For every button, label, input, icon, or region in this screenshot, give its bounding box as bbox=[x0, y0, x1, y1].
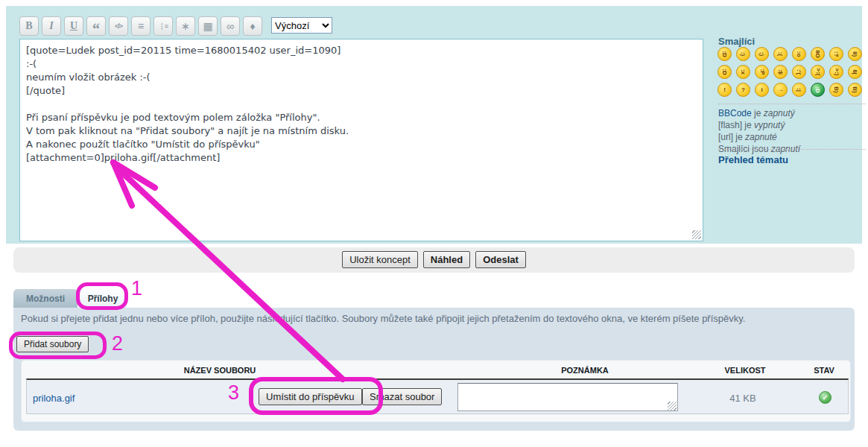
column-header-status: STAV bbox=[814, 366, 834, 375]
smiley-mr-green[interactable]: :D bbox=[811, 83, 825, 97]
attachment-comment-input[interactable] bbox=[457, 383, 678, 411]
column-header-comment: POZNÁMKA bbox=[561, 366, 609, 375]
smilies-title: Smajlíci bbox=[718, 36, 755, 47]
link-icon[interactable]: ∞ bbox=[221, 16, 240, 36]
smiley-arrow[interactable]: → bbox=[773, 83, 788, 97]
bbcode-status-term: BBCode bbox=[718, 108, 752, 118]
font-style-select[interactable]: Výchozí bbox=[271, 17, 332, 34]
attachment-filename-link[interactable]: priloha.gif bbox=[33, 393, 75, 404]
attachments-description: Pokud si přejete přidat jednu nebo více … bbox=[21, 313, 848, 324]
smiley-mad[interactable]: :x bbox=[736, 65, 750, 79]
bbcode-status-value: zapnutý bbox=[764, 108, 795, 118]
smiley-exclaim[interactable]: ! bbox=[717, 83, 732, 97]
italic-icon[interactable]: I bbox=[42, 16, 61, 36]
list-ordered-icon[interactable]: ⋮≡ bbox=[153, 16, 173, 36]
font-color-icon[interactable]: ♦ bbox=[243, 16, 262, 36]
smiley-crying[interactable]: :'( bbox=[792, 65, 806, 79]
message-textarea[interactable]: [quote=Ludek post_id=20115 time=16800154… bbox=[19, 39, 703, 241]
smiley-wink[interactable]: ;) bbox=[755, 47, 769, 61]
smiley-twisted[interactable]: >:) bbox=[829, 65, 843, 79]
divider bbox=[718, 104, 866, 104]
post-editor-page: B I U “ </> ≡ bbox=[0, 0, 868, 447]
tab-attachments[interactable]: Přílohy bbox=[79, 289, 127, 308]
underline-icon[interactable]: U bbox=[64, 16, 83, 36]
smiley-geek[interactable]: B) bbox=[829, 83, 843, 97]
preview-button[interactable]: Náhled bbox=[423, 251, 470, 268]
editor-panel: B I U “ </> ≡ bbox=[6, 6, 862, 244]
smiley-uber-geek[interactable]: B) bbox=[848, 83, 862, 97]
topic-review-link[interactable]: Přehled tématu bbox=[718, 154, 788, 165]
tab-options[interactable]: Možnosti bbox=[13, 289, 77, 308]
smiley-neutral[interactable]: :| bbox=[792, 83, 806, 97]
smiley-shocked[interactable]: 8O bbox=[811, 47, 825, 61]
smiley-idea[interactable]: i bbox=[755, 83, 769, 97]
smiley-rolleyes[interactable]: 8| bbox=[848, 65, 862, 79]
code-icon[interactable]: </> bbox=[109, 16, 128, 36]
column-header-size: VELIKOST bbox=[724, 366, 765, 375]
smiley-laughing[interactable]: :D bbox=[717, 65, 732, 79]
action-buttons: Uložit koncept Náhled Odeslat bbox=[0, 251, 868, 268]
image-icon[interactable]: ▦ bbox=[198, 16, 218, 36]
annotation-step-1: 1 bbox=[131, 277, 142, 300]
save-draft-button[interactable]: Uložit koncept bbox=[342, 251, 418, 268]
bbcode-status-term: [flash] bbox=[718, 120, 742, 130]
add-files-button[interactable]: Přidat soubory bbox=[16, 336, 89, 352]
smiley-razz[interactable]: :P bbox=[755, 65, 769, 79]
submit-button[interactable]: Odeslat bbox=[475, 251, 526, 268]
bbcode-toolbar: B I U “ </> ≡ bbox=[19, 16, 262, 37]
bbcode-status-value: vypnutý bbox=[754, 120, 785, 130]
smiley-question[interactable]: ? bbox=[736, 83, 750, 97]
smiley-smile[interactable]: :) bbox=[736, 47, 750, 61]
bbcode-status-line: BBCode je zapnutý bbox=[718, 107, 800, 119]
smiley-surprised[interactable]: :o bbox=[792, 47, 806, 61]
divider bbox=[718, 149, 866, 150]
bbcode-status-line: [url] je zapnuté bbox=[718, 131, 800, 143]
list-bullet-icon[interactable]: ≡ bbox=[131, 16, 151, 36]
smilies-grid: :D :) ;) :( :o 8O bbox=[717, 47, 868, 97]
smiley-sad[interactable]: :( bbox=[773, 47, 788, 61]
status-ok-icon: ✓ bbox=[819, 391, 831, 404]
delete-file-button[interactable]: Smazat soubor bbox=[362, 388, 442, 405]
place-inline-button[interactable]: Umístit do příspěvku bbox=[259, 388, 362, 405]
bbcode-status-term: [url] bbox=[718, 132, 733, 142]
smiley-very-happy[interactable]: :D bbox=[717, 47, 732, 61]
smiley-cool[interactable]: 8) bbox=[848, 47, 862, 61]
list-item-icon[interactable]: ∗ bbox=[176, 16, 195, 36]
smiley-embarrassed[interactable]: :$ bbox=[773, 65, 788, 79]
quote-icon[interactable]: “ bbox=[86, 16, 106, 36]
smiley-evil[interactable]: >:( bbox=[811, 65, 825, 79]
attachment-size: 41 KB bbox=[729, 393, 755, 404]
bbcode-status-list: BBCode je zapnutý [flash] je vypnutý [ur… bbox=[718, 107, 800, 155]
bbcode-status-line: [flash] je vypnutý bbox=[718, 119, 800, 131]
bold-icon[interactable]: B bbox=[19, 16, 39, 36]
bbcode-status-value: zapnuté bbox=[745, 132, 777, 142]
smiley-confused[interactable]: :? bbox=[829, 47, 843, 61]
comment-resize-handle[interactable] bbox=[668, 402, 677, 410]
column-header-filename: NÁZEV SOUBORU bbox=[184, 366, 256, 375]
textarea-resize-handle[interactable] bbox=[692, 230, 701, 239]
